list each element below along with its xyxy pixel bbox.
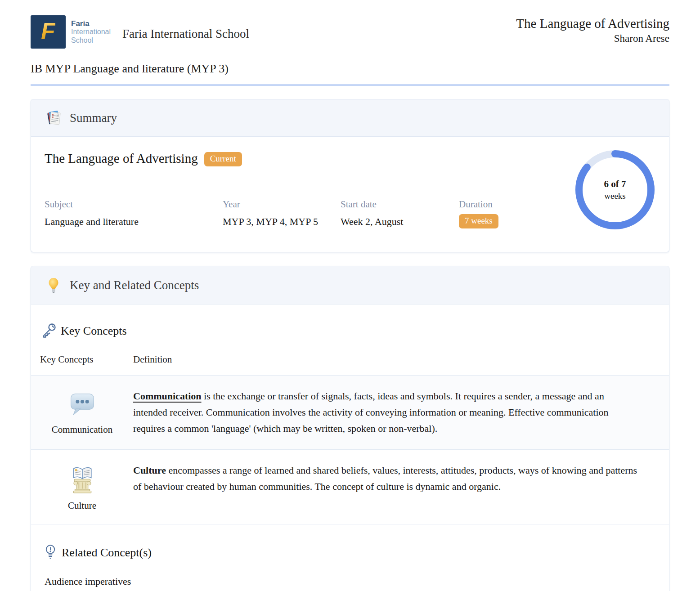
concept-name: Culture — [68, 500, 96, 511]
progress-unit: weeks — [604, 190, 625, 202]
progress-label: 6 of 7 weeks — [574, 148, 656, 231]
related-concepts-title: Related Concept(s) — [62, 546, 152, 560]
speech-balloon-icon — [68, 391, 97, 420]
school-logo: F Faria International School — [31, 15, 111, 49]
column-header-key-concepts: Key Concepts — [31, 354, 133, 365]
duration-badge: 7 weeks — [459, 214, 498, 228]
meta-value: MYP 3, MYP 4, MYP 5 — [223, 216, 341, 228]
meta-label: Subject — [45, 199, 223, 210]
meta-label: Duration — [459, 199, 498, 210]
summary-section-title: Summary — [70, 111, 117, 125]
book-on-column-icon — [68, 465, 96, 496]
unit-plan-page: F Faria International School Faria Inter… — [31, 0, 669, 591]
concept-definition-text: is the exchange or transfer of signals, … — [133, 390, 609, 434]
concept-name: Communication — [52, 424, 112, 435]
concepts-card-header: Key and Related Concepts — [31, 266, 669, 304]
meta-year: Year MYP 3, MYP 4, MYP 5 — [223, 199, 341, 228]
lightbulb-outline-icon — [45, 544, 56, 561]
header-author: Sharon Arese — [516, 33, 669, 45]
related-concepts-section: Related Concept(s) Audience imperatives — [31, 524, 669, 591]
related-concept-item: Audience imperatives — [45, 576, 655, 587]
concept-term: Culture — [133, 465, 166, 476]
faria-logo-icon: F — [31, 15, 66, 49]
school-name: Faria International School — [122, 27, 249, 41]
summary-card: Summary The Language of Advertising Curr… — [31, 99, 669, 252]
page-header: F Faria International School Faria Inter… — [31, 15, 669, 49]
meta-label: Start date — [341, 199, 459, 210]
column-header-definition: Definition — [133, 354, 669, 365]
concepts-section-title: Key and Related Concepts — [70, 278, 199, 292]
header-unit-title: The Language of Advertising — [516, 15, 669, 31]
logo-brand-line: International — [71, 28, 111, 36]
key-icon — [40, 322, 57, 340]
course-title: IB MYP Language and literature (MYP 3) — [31, 62, 669, 85]
meta-duration: Duration 7 weeks — [459, 199, 498, 228]
documents-stack-icon — [45, 110, 63, 125]
meta-value: Week 2, August — [341, 216, 459, 228]
lightbulb-icon — [45, 277, 63, 293]
meta-subject: Subject Language and literature — [45, 199, 223, 228]
key-concepts-table-header: Key Concepts Definition — [31, 340, 669, 376]
logo-letter: F — [41, 19, 55, 43]
logo-brand-line: Faria — [71, 19, 111, 28]
meta-start-date: Start date Week 2, August — [341, 199, 459, 228]
summary-meta-row: Subject Language and literature Year MYP… — [45, 199, 655, 228]
summary-body: The Language of Advertising Current Subj… — [31, 137, 669, 252]
logo-wordmark: Faria International School — [71, 19, 111, 45]
meta-label: Year — [223, 199, 341, 210]
progress-ring: 6 of 7 weeks — [574, 148, 656, 231]
progress-count: 6 of 7 — [604, 178, 626, 190]
summary-card-header: Summary — [31, 99, 669, 137]
concept-term: Communication — [133, 390, 202, 402]
unit-name: The Language of Advertising — [45, 151, 198, 166]
concept-definition: Culture encompasses a range of learned a… — [133, 462, 669, 511]
concept-definition: Communication is the exchange or transfe… — [133, 388, 669, 437]
key-concept-row-communication: Communication Communication is the excha… — [31, 376, 669, 450]
status-badge: Current — [204, 152, 242, 166]
header-unit-info: The Language of Advertising Sharon Arese — [516, 15, 669, 45]
key-concepts-title: Key Concepts — [61, 324, 127, 338]
key-concept-row-culture: Culture Culture encompasses a range of l… — [31, 450, 669, 524]
meta-value: Language and literature — [45, 216, 223, 228]
concept-definition-text: encompasses a range of learned and share… — [133, 465, 637, 492]
key-concepts-heading: Key Concepts — [31, 304, 669, 340]
concepts-card: Key and Related Concepts Key Concepts Ke… — [31, 266, 669, 591]
logo-brand-line: School — [71, 36, 111, 45]
